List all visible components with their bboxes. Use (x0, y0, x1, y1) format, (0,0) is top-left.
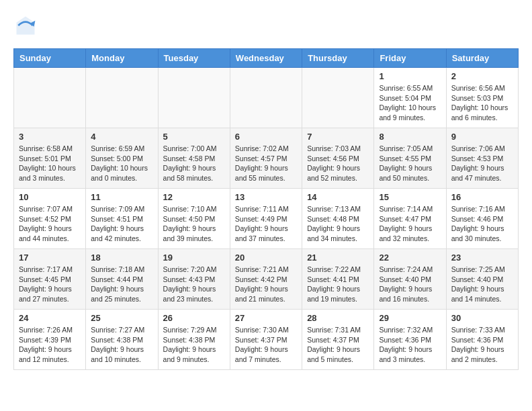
calendar-cell: 21Sunrise: 7:22 AM Sunset: 4:41 PM Dayli… (302, 249, 374, 310)
calendar-week-3: 10Sunrise: 7:07 AM Sunset: 4:52 PM Dayli… (14, 189, 519, 249)
day-number: 7 (307, 132, 369, 142)
day-number: 1 (379, 71, 441, 81)
day-number: 4 (91, 132, 152, 142)
column-header-tuesday: Tuesday (158, 49, 230, 68)
page-container: SundayMondayTuesdayWednesdayThursdayFrid… (0, 0, 532, 377)
calendar-cell: 12Sunrise: 7:10 AM Sunset: 4:50 PM Dayli… (158, 189, 230, 249)
day-info: Sunrise: 6:59 AM Sunset: 5:00 PM Dayligh… (91, 144, 152, 183)
calendar-cell (230, 68, 302, 128)
day-number: 29 (379, 313, 441, 323)
day-info: Sunrise: 7:26 AM Sunset: 4:39 PM Dayligh… (19, 325, 81, 365)
day-number: 16 (451, 192, 513, 202)
calendar-cell: 27Sunrise: 7:30 AM Sunset: 4:37 PM Dayli… (230, 310, 302, 370)
day-number: 28 (307, 313, 369, 323)
day-number: 12 (163, 192, 225, 202)
calendar-cell (302, 68, 374, 128)
column-header-friday: Friday (374, 49, 446, 68)
day-info: Sunrise: 7:16 AM Sunset: 4:46 PM Dayligh… (451, 204, 513, 244)
day-info: Sunrise: 6:55 AM Sunset: 5:04 PM Dayligh… (379, 83, 441, 123)
day-number: 17 (19, 253, 81, 263)
day-number: 18 (91, 253, 152, 263)
logo-icon (13, 13, 38, 38)
calendar-cell: 18Sunrise: 7:18 AM Sunset: 4:44 PM Dayli… (86, 249, 158, 310)
day-info: Sunrise: 6:58 AM Sunset: 5:01 PM Dayligh… (19, 144, 81, 183)
column-header-thursday: Thursday (302, 49, 374, 68)
logo (13, 13, 40, 38)
day-info: Sunrise: 7:18 AM Sunset: 4:44 PM Dayligh… (91, 265, 152, 304)
day-info: Sunrise: 7:25 AM Sunset: 4:40 PM Dayligh… (451, 265, 513, 304)
calendar-cell: 9Sunrise: 7:06 AM Sunset: 4:53 PM Daylig… (446, 128, 518, 189)
day-info: Sunrise: 7:06 AM Sunset: 4:53 PM Dayligh… (451, 144, 513, 183)
calendar-cell: 2Sunrise: 6:56 AM Sunset: 5:03 PM Daylig… (446, 68, 518, 128)
calendar-cell: 30Sunrise: 7:33 AM Sunset: 4:36 PM Dayli… (446, 310, 518, 370)
day-number: 23 (451, 253, 513, 263)
calendar-cell: 7Sunrise: 7:03 AM Sunset: 4:56 PM Daylig… (302, 128, 374, 189)
day-info: Sunrise: 7:22 AM Sunset: 4:41 PM Dayligh… (307, 265, 369, 304)
calendar-cell: 22Sunrise: 7:24 AM Sunset: 4:40 PM Dayli… (374, 249, 446, 310)
page-header (13, 13, 519, 38)
column-header-saturday: Saturday (446, 49, 518, 68)
day-number: 25 (91, 313, 152, 323)
day-number: 27 (235, 313, 297, 323)
day-number: 24 (19, 313, 81, 323)
day-number: 9 (451, 132, 513, 142)
day-number: 13 (235, 192, 297, 202)
calendar-cell: 20Sunrise: 7:21 AM Sunset: 4:42 PM Dayli… (230, 249, 302, 310)
calendar-cell: 28Sunrise: 7:31 AM Sunset: 4:37 PM Dayli… (302, 310, 374, 370)
day-info: Sunrise: 7:10 AM Sunset: 4:50 PM Dayligh… (163, 204, 225, 244)
day-number: 30 (451, 313, 513, 323)
calendar-cell: 10Sunrise: 7:07 AM Sunset: 4:52 PM Dayli… (14, 189, 86, 249)
day-number: 10 (19, 192, 81, 202)
calendar-week-4: 17Sunrise: 7:17 AM Sunset: 4:45 PM Dayli… (14, 249, 519, 310)
day-info: Sunrise: 7:31 AM Sunset: 4:37 PM Dayligh… (307, 325, 369, 365)
day-info: Sunrise: 7:02 AM Sunset: 4:57 PM Dayligh… (235, 144, 297, 183)
calendar-cell: 25Sunrise: 7:27 AM Sunset: 4:38 PM Dayli… (86, 310, 158, 370)
day-info: Sunrise: 7:07 AM Sunset: 4:52 PM Dayligh… (19, 204, 81, 244)
day-info: Sunrise: 7:11 AM Sunset: 4:49 PM Dayligh… (235, 204, 297, 244)
day-info: Sunrise: 7:24 AM Sunset: 4:40 PM Dayligh… (379, 265, 441, 304)
calendar-cell: 4Sunrise: 6:59 AM Sunset: 5:00 PM Daylig… (86, 128, 158, 189)
calendar-cell: 26Sunrise: 7:29 AM Sunset: 4:38 PM Dayli… (158, 310, 230, 370)
day-number: 6 (235, 132, 297, 142)
day-number: 19 (163, 253, 225, 263)
calendar-table: SundayMondayTuesdayWednesdayThursdayFrid… (13, 48, 519, 370)
day-number: 15 (379, 192, 441, 202)
calendar-header-row: SundayMondayTuesdayWednesdayThursdayFrid… (14, 49, 519, 68)
day-info: Sunrise: 7:27 AM Sunset: 4:38 PM Dayligh… (91, 325, 152, 365)
day-info: Sunrise: 7:05 AM Sunset: 4:55 PM Dayligh… (379, 144, 441, 183)
calendar-cell: 5Sunrise: 7:00 AM Sunset: 4:58 PM Daylig… (158, 128, 230, 189)
day-number: 26 (163, 313, 225, 323)
calendar-cell: 23Sunrise: 7:25 AM Sunset: 4:40 PM Dayli… (446, 249, 518, 310)
calendar-cell: 16Sunrise: 7:16 AM Sunset: 4:46 PM Dayli… (446, 189, 518, 249)
calendar-cell: 17Sunrise: 7:17 AM Sunset: 4:45 PM Dayli… (14, 249, 86, 310)
calendar-cell: 6Sunrise: 7:02 AM Sunset: 4:57 PM Daylig… (230, 128, 302, 189)
day-info: Sunrise: 7:29 AM Sunset: 4:38 PM Dayligh… (163, 325, 225, 365)
calendar-cell: 3Sunrise: 6:58 AM Sunset: 5:01 PM Daylig… (14, 128, 86, 189)
column-header-monday: Monday (86, 49, 158, 68)
day-info: Sunrise: 6:56 AM Sunset: 5:03 PM Dayligh… (451, 83, 513, 123)
day-info: Sunrise: 7:32 AM Sunset: 4:36 PM Dayligh… (379, 325, 441, 365)
day-number: 11 (91, 192, 152, 202)
calendar-cell: 19Sunrise: 7:20 AM Sunset: 4:43 PM Dayli… (158, 249, 230, 310)
day-number: 3 (19, 132, 81, 142)
day-info: Sunrise: 7:21 AM Sunset: 4:42 PM Dayligh… (235, 265, 297, 304)
calendar-cell: 11Sunrise: 7:09 AM Sunset: 4:51 PM Dayli… (86, 189, 158, 249)
calendar-cell: 29Sunrise: 7:32 AM Sunset: 4:36 PM Dayli… (374, 310, 446, 370)
day-info: Sunrise: 7:17 AM Sunset: 4:45 PM Dayligh… (19, 265, 81, 304)
calendar-cell: 8Sunrise: 7:05 AM Sunset: 4:55 PM Daylig… (374, 128, 446, 189)
calendar-week-5: 24Sunrise: 7:26 AM Sunset: 4:39 PM Dayli… (14, 310, 519, 370)
column-header-sunday: Sunday (14, 49, 86, 68)
day-number: 20 (235, 253, 297, 263)
day-info: Sunrise: 7:14 AM Sunset: 4:47 PM Dayligh… (379, 204, 441, 244)
day-info: Sunrise: 7:13 AM Sunset: 4:48 PM Dayligh… (307, 204, 369, 244)
day-number: 5 (163, 132, 225, 142)
calendar-cell: 24Sunrise: 7:26 AM Sunset: 4:39 PM Dayli… (14, 310, 86, 370)
calendar-week-1: 1Sunrise: 6:55 AM Sunset: 5:04 PM Daylig… (14, 68, 519, 128)
day-number: 21 (307, 253, 369, 263)
day-info: Sunrise: 7:30 AM Sunset: 4:37 PM Dayligh… (235, 325, 297, 365)
day-info: Sunrise: 7:00 AM Sunset: 4:58 PM Dayligh… (163, 144, 225, 183)
day-number: 8 (379, 132, 441, 142)
day-info: Sunrise: 7:03 AM Sunset: 4:56 PM Dayligh… (307, 144, 369, 183)
day-number: 22 (379, 253, 441, 263)
calendar-cell: 15Sunrise: 7:14 AM Sunset: 4:47 PM Dayli… (374, 189, 446, 249)
